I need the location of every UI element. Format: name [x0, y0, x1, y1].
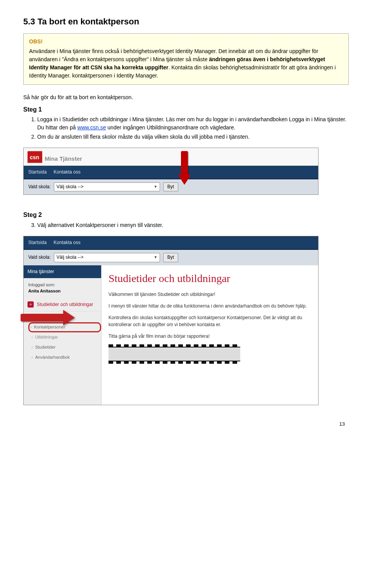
- ss2-nav-startsida[interactable]: Startsida: [28, 239, 46, 246]
- chevron-right-icon: ›: [31, 344, 33, 351]
- step2-list: Välj alternativet Kontaktpersoner i meny…: [23, 221, 349, 229]
- ss2-logged-label: Inloggad som:: [28, 282, 55, 287]
- ss2-logged-user: Anita Anitasson: [28, 289, 60, 293]
- ss2-sidebar: Mina tjänster Inloggad som: Anita Anitas…: [24, 265, 102, 405]
- obs-title: OBS!: [29, 38, 343, 46]
- ss2-navbar: Startsida Kontakta oss: [24, 236, 318, 250]
- csn-navbar: Startsida Kontakta oss: [24, 166, 318, 179]
- csn-link[interactable]: www.csn.se: [78, 124, 106, 131]
- section-heading: 5.3 Ta bort en kontaktperson: [23, 15, 349, 28]
- sidebar-sub-utbildningar[interactable]: › Utbildningar: [30, 332, 101, 342]
- film-strip-image: [108, 344, 240, 364]
- page-number: 13: [23, 421, 349, 428]
- skola-select-value: Välj skola -->: [57, 184, 84, 190]
- csn-logo-red: csn: [28, 151, 42, 163]
- ss2-body: Mina tjänster Inloggad som: Anita Anitas…: [24, 265, 318, 405]
- sidebar-sub-studietider-label: Studietider: [35, 344, 56, 351]
- vald-skola-label: Vald skola:: [28, 184, 51, 190]
- csn-logo-brand: Mina Tjänster: [45, 155, 82, 163]
- step2-item-3: Välj alternativet Kontaktpersoner i meny…: [37, 221, 349, 229]
- byt-button[interactable]: Byt: [163, 182, 178, 191]
- chevron-down-icon: ▼: [154, 184, 157, 189]
- skola-select[interactable]: Välj skola --> ▼: [54, 182, 160, 191]
- ss2-vald-row: Vald skola: Välj skola --> ▼ Byt: [24, 250, 318, 265]
- step1-item-1: Logga in i Studietider och utbildningar …: [37, 115, 349, 131]
- chevron-right-icon: ›: [31, 354, 33, 361]
- step1-list: Logga in i Studietider och utbildningar …: [23, 115, 349, 141]
- step2-title: Steg 2: [23, 210, 349, 219]
- double-chevron-icon: »: [28, 301, 34, 308]
- chevron-right-icon: ›: [31, 334, 33, 340]
- nav-startsida[interactable]: Startsida: [28, 169, 46, 175]
- ss2-p2: I menyn till vänster hittar du de olika …: [108, 303, 311, 309]
- red-arrow-right: [21, 310, 75, 325]
- ss2-content: Studietider och utbildningar Välkommen t…: [102, 265, 318, 405]
- screenshot-2: Startsida Kontakta oss Vald skola: Välj …: [23, 236, 319, 405]
- obs-body: Användare i Mina tjänster finns också i …: [29, 47, 343, 80]
- step1-title: Steg 1: [23, 105, 349, 114]
- intro-text: Så här gör du för att ta bort en kontakt…: [23, 93, 349, 101]
- ss2-login-block: Inloggad som: Anita Anitasson: [24, 278, 101, 298]
- csn-logo: csn Mina Tjänster: [28, 151, 82, 163]
- sidebar-sub-handbok-label: Användarhandbok: [35, 354, 70, 361]
- sidebar-sub-handbok[interactable]: › Användarhandbok: [30, 352, 101, 363]
- ss2-vald-label: Vald skola:: [28, 254, 51, 261]
- sidebar-item-studietider-label: Studietider och utbildningar: [37, 301, 93, 308]
- ss2-p1: Välkommen till tjänsten Studietider och …: [108, 291, 311, 298]
- csn-header: csn Mina Tjänster: [24, 148, 318, 165]
- sidebar-sub-utbildningar-label: Utbildningar: [35, 334, 58, 340]
- ss2-skola-select-value: Välj skola -->: [57, 254, 84, 261]
- sidebar-sub-studietider[interactable]: › Studietider: [30, 342, 101, 352]
- chevron-down-icon: ▼: [154, 255, 157, 260]
- step1-item-2: Om du är ansluten till flera skolor måst…: [37, 133, 349, 141]
- ss2-page-title: Studietider och utbildningar: [108, 271, 311, 287]
- ss2-p3: Kontrollera din skolas kontaktuppgifter …: [108, 314, 311, 328]
- ss2-sidebar-title: Mina tjänster: [24, 265, 101, 278]
- screenshot-1: csn Mina Tjänster Startsida Kontakta oss…: [23, 148, 319, 195]
- vald-skola-row: Vald skola: Välj skola --> ▼ Byt: [24, 179, 318, 194]
- ss2-nav-kontakta[interactable]: Kontakta oss: [53, 239, 80, 246]
- ss2-skola-select[interactable]: Välj skola --> ▼: [54, 253, 160, 262]
- ss2-byt-button[interactable]: Byt: [163, 253, 178, 262]
- nav-kontakta[interactable]: Kontakta oss: [53, 169, 80, 175]
- ss2-p4: Titta gärna på vår film innan du börjar …: [108, 333, 311, 340]
- red-arrow-down: [178, 151, 191, 185]
- obs-callout: OBS! Användare i Mina tjänster finns ock…: [23, 33, 349, 85]
- step1-item-1b: under ingången Utbildningsanordnare och …: [106, 124, 235, 131]
